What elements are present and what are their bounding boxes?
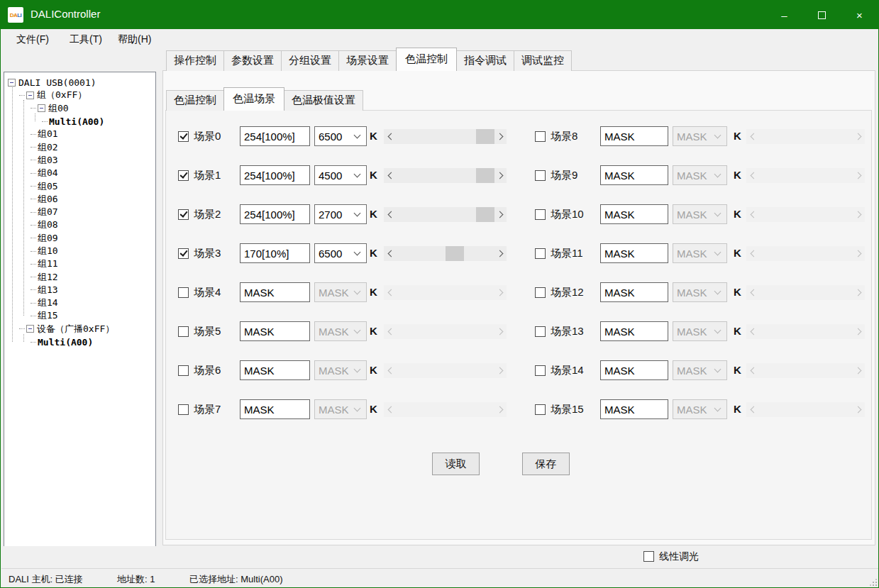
scene-enable-checkbox[interactable] [535,365,546,376]
scene-level-input[interactable] [600,321,668,341]
scene-enable-checkbox[interactable] [535,170,546,181]
scroll-right-icon [853,207,865,222]
chevron-down-icon [714,171,722,178]
kelvin-scrollbar [746,168,865,183]
kelvin-dropdown-value: MASK [673,404,715,416]
scene-enable-checkbox[interactable] [535,287,546,298]
scene-level-input[interactable] [600,360,668,380]
scene-enable-checkbox[interactable] [535,131,546,142]
kelvin-dropdown-value: MASK [673,170,715,182]
kelvin-scrollbar [746,207,865,222]
scroll-left-icon [746,363,758,378]
read-button[interactable]: 读取 [432,453,480,475]
scene-enable-checkbox[interactable] [535,404,546,415]
scene-level-input[interactable] [600,204,668,224]
resize-grip[interactable] [870,579,877,586]
scroll-left-icon [746,324,758,339]
scroll-left-icon [746,129,758,144]
kelvin-scrollbar [746,324,865,339]
scene-label: 场景13 [551,325,584,338]
chevron-down-icon [714,288,722,295]
scroll-right-icon [853,402,865,417]
kelvin-dropdown-value: MASK [673,209,715,221]
scene-label: 场景10 [551,208,584,221]
kelvin-scrollbar [746,363,865,378]
scene-label: 场景12 [551,286,584,299]
chevron-down-icon [714,249,722,256]
scroll-left-icon [746,168,758,183]
status-address-count: 地址数: 1 [117,573,155,586]
kelvin-dropdown-value: MASK [673,248,715,260]
kelvin-scrollbar [746,129,865,144]
kelvin-scrollbar [746,246,865,261]
scroll-right-icon [853,168,865,183]
scene-level-input[interactable] [600,126,668,146]
scroll-left-icon [746,207,758,222]
kelvin-unit-label: K [734,403,741,415]
kelvin-unit-label: K [734,286,741,298]
chevron-down-icon [714,327,722,334]
scene-grid: 场景06500K场景14500K场景22700K场景36500K场景4MASKK… [1,1,878,587]
status-host: DALI 主机: 已连接 [9,573,83,586]
kelvin-scrollbar [746,285,865,300]
kelvin-dropdown[interactable]: MASK [673,126,727,146]
scene-label: 场景9 [551,169,577,182]
chevron-down-icon [714,132,722,139]
sub-tab-0[interactable]: 色温控制 [166,90,224,111]
linear-dimming-label: 线性调光 [659,550,699,563]
scene-enable-checkbox[interactable] [535,248,546,259]
scroll-right-icon [853,363,865,378]
scene-level-input[interactable] [600,282,668,302]
linear-dimming-row: 线性调光 [1,546,879,567]
kelvin-dropdown[interactable]: MASK [673,165,727,185]
kelvin-unit-label: K [734,208,741,220]
scene-row: 场景10MASKK [1,204,879,225]
kelvin-dropdown-value: MASK [673,287,715,299]
scene-label: 场景11 [551,247,583,260]
main-tab-4[interactable]: 色温控制 [396,48,457,71]
kelvin-unit-label: K [734,247,741,259]
kelvin-dropdown[interactable]: MASK [673,360,727,380]
scene-row: 场景15MASKK [1,399,879,420]
scroll-right-icon [853,285,865,300]
scroll-right-icon [853,129,865,144]
scene-level-input[interactable] [600,399,668,419]
scene-level-input[interactable] [600,165,668,185]
sub-tab-2[interactable]: 色温极值设置 [284,90,363,111]
scroll-right-icon [853,246,865,261]
status-bar: DALI 主机: 已连接 地址数: 1 已选择地址: Multi(A00) [1,568,879,588]
scene-enable-checkbox[interactable] [535,209,546,220]
scene-row: 场景9MASKK [1,165,879,186]
kelvin-dropdown[interactable]: MASK [673,204,727,224]
kelvin-dropdown-value: MASK [673,131,715,143]
kelvin-scrollbar [746,402,865,417]
kelvin-unit-label: K [734,169,741,181]
scene-row: 场景13MASKK [1,321,879,342]
scroll-right-icon [853,324,865,339]
scroll-left-icon [746,246,758,261]
app-window: DALI DALIController – × 文件(F)工具(T)帮助(H) … [0,0,879,588]
scene-enable-checkbox[interactable] [535,326,546,337]
kelvin-dropdown[interactable]: MASK [673,243,727,263]
kelvin-dropdown[interactable]: MASK [673,282,727,302]
sub-tab-1[interactable]: 色温场景 [223,87,284,111]
scene-row: 场景14MASKK [1,360,879,381]
scene-label: 场景8 [551,130,577,143]
chevron-down-icon [714,366,722,373]
linear-dimming-checkbox[interactable] [643,551,654,562]
scene-row: 场景8MASKK [1,126,879,147]
chevron-down-icon [714,405,722,412]
scene-label: 场景14 [551,364,584,377]
status-selected-address: 已选择地址: Multi(A00) [189,573,282,586]
kelvin-unit-label: K [734,364,741,376]
kelvin-unit-label: K [734,130,741,142]
kelvin-dropdown-value: MASK [673,365,715,377]
kelvin-dropdown[interactable]: MASK [673,321,727,341]
save-button[interactable]: 保存 [522,453,570,475]
scroll-left-icon [746,402,758,417]
chevron-down-icon [714,210,722,217]
scroll-left-icon [746,285,758,300]
sub-tab-strip: 色温控制色温场景色温极值设置 [166,89,363,111]
scene-level-input[interactable] [600,243,668,263]
kelvin-dropdown[interactable]: MASK [673,399,727,419]
